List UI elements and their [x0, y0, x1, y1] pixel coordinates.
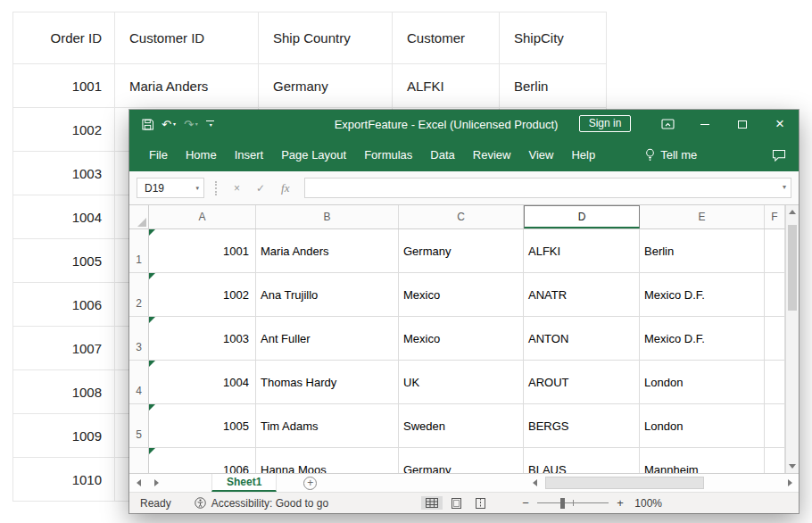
cell-B6[interactable]: Hanna Moos [256, 448, 399, 473]
column-header-c[interactable]: C [399, 205, 524, 228]
order-id-cell[interactable]: 1001 [12, 64, 115, 107]
new-sheet-button[interactable]: + [303, 477, 317, 490]
zoom-level[interactable]: 100% [632, 497, 662, 510]
vertical-scrollbar-thumb[interactable] [788, 225, 797, 311]
cell-E4[interactable]: London [640, 361, 765, 404]
cell-D2[interactable]: ANATR [524, 273, 640, 317]
cell-C1[interactable]: Germany [399, 229, 524, 273]
cell-D6[interactable]: BLAUS [524, 448, 640, 473]
customer-id-cell[interactable]: Maria Anders [115, 64, 259, 107]
column-header-ship-country[interactable]: Ship Country [259, 12, 393, 63]
cell-A6[interactable]: 1006 [149, 448, 256, 473]
ribbon-display-options-button[interactable] [649, 110, 686, 138]
scroll-up-button[interactable] [786, 205, 799, 219]
page-layout-view-button[interactable] [446, 496, 467, 511]
sheet-tab-sheet1[interactable]: Sheet1 [211, 474, 277, 492]
cell-E2[interactable]: Mexico D.F. [640, 273, 765, 317]
order-id-cell[interactable]: 1008 [12, 370, 115, 413]
tab-insert[interactable]: Insert [226, 138, 273, 171]
cell-D1[interactable]: ALFKI [524, 229, 640, 273]
order-id-cell[interactable]: 1002 [12, 108, 115, 151]
column-header-e[interactable]: E [640, 205, 765, 228]
cell-E3[interactable]: Mexico D.F. [640, 317, 765, 361]
zoom-in-button[interactable]: + [616, 496, 625, 510]
formula-bar-expand-icon[interactable]: ▾ [783, 183, 786, 191]
row-header-3[interactable]: 3 [129, 317, 149, 361]
normal-view-button[interactable] [421, 496, 443, 510]
cell-A3[interactable]: 1003 [149, 317, 256, 361]
column-header-customer-id[interactable]: Customer ID [115, 12, 259, 63]
cell-D4[interactable]: AROUT [524, 361, 640, 404]
next-sheet-button[interactable] [147, 474, 165, 492]
minimize-button[interactable] [686, 110, 724, 138]
row-header-4[interactable]: 4 [129, 361, 149, 404]
tab-view[interactable]: View [519, 138, 562, 171]
cell-F6[interactable] [765, 448, 785, 473]
redo-button[interactable]: ↷ ▾ [184, 119, 198, 130]
cell-C2[interactable]: Mexico [399, 273, 524, 317]
row-header-1[interactable]: 1 [129, 229, 149, 273]
cell-C5[interactable]: Sweden [399, 404, 524, 448]
cell-C6[interactable]: Germany [399, 448, 524, 473]
tab-page-layout[interactable]: Page Layout [272, 138, 355, 171]
cell-E1[interactable]: Berlin [640, 229, 765, 273]
page-break-preview-button[interactable] [470, 496, 491, 511]
column-header-order-id[interactable]: Order ID [12, 12, 115, 63]
name-box[interactable]: D19 ▾ [137, 178, 204, 198]
undo-button[interactable]: ↶ ▾ [162, 119, 176, 130]
cell-D3[interactable]: ANTON [524, 317, 640, 361]
order-id-cell[interactable]: 1003 [12, 152, 115, 195]
order-id-cell[interactable]: 1007 [12, 327, 115, 369]
accessibility-status[interactable]: Accessibility: Good to go [195, 497, 328, 510]
scroll-down-button[interactable] [786, 460, 799, 473]
horizontal-scrollbar-thumb[interactable] [545, 477, 704, 489]
column-header-b[interactable]: B [256, 205, 399, 228]
cell-E5[interactable]: London [640, 404, 765, 448]
tab-help[interactable]: Help [562, 138, 604, 171]
order-id-cell[interactable]: 1010 [12, 458, 115, 501]
order-id-cell[interactable]: 1004 [12, 195, 115, 238]
column-header-f[interactable]: F [765, 205, 785, 228]
cell-A4[interactable]: 1004 [149, 361, 256, 404]
vertical-scrollbar[interactable] [785, 205, 799, 473]
cell-E6[interactable]: Mannheim [640, 448, 765, 473]
order-id-cell[interactable]: 1005 [12, 239, 115, 282]
ship-country-cell[interactable]: Germany [259, 64, 393, 107]
order-id-cell[interactable]: 1006 [12, 283, 115, 326]
save-icon[interactable] [142, 119, 153, 130]
tab-file[interactable]: File [140, 138, 177, 171]
tell-me-button[interactable]: Tell me [638, 138, 704, 171]
formula-bar-splitter[interactable] [215, 181, 217, 195]
column-header-customer[interactable]: Customer [393, 12, 500, 63]
select-all-corner[interactable] [129, 205, 149, 228]
cell-B3[interactable]: Ant Fuller [256, 317, 399, 361]
enter-icon[interactable]: ✓ [248, 182, 273, 195]
cell-A2[interactable]: 1002 [149, 273, 256, 317]
previous-sheet-button[interactable] [129, 474, 147, 492]
cell-A5[interactable]: 1005 [149, 404, 256, 448]
cell-B4[interactable]: Thomas Hardy [256, 361, 399, 404]
customize-quick-access-toolbar-button[interactable]: ▾ [206, 120, 214, 128]
zoom-slider-thumb[interactable] [560, 498, 565, 509]
row-header-5[interactable]: 5 [129, 404, 149, 448]
shipcity-cell[interactable]: Berlin [500, 64, 607, 107]
cell-B5[interactable]: Tim Adams [256, 404, 399, 448]
customer-cell[interactable]: ALFKI [393, 64, 500, 107]
formula-input[interactable]: ▾ [304, 178, 791, 198]
comments-button[interactable] [772, 138, 786, 171]
zoom-slider[interactable] [537, 498, 609, 509]
scroll-left-button[interactable] [533, 474, 537, 492]
cell-F3[interactable] [765, 317, 785, 361]
cell-F2[interactable] [765, 273, 785, 317]
cell-F4[interactable] [765, 361, 785, 404]
tab-home[interactable]: Home [177, 138, 226, 171]
tab-data[interactable]: Data [421, 138, 463, 171]
row-header-6[interactable]: 6 [129, 448, 149, 473]
cell-D5[interactable]: BERGS [524, 404, 640, 448]
chevron-down-icon[interactable]: ▾ [195, 185, 203, 192]
zoom-out-button[interactable]: − [521, 496, 530, 510]
cell-F1[interactable] [765, 229, 785, 273]
insert-function-icon[interactable]: fx [273, 181, 297, 195]
cell-F5[interactable] [765, 404, 785, 448]
cell-A1[interactable]: 1001 [149, 229, 256, 273]
